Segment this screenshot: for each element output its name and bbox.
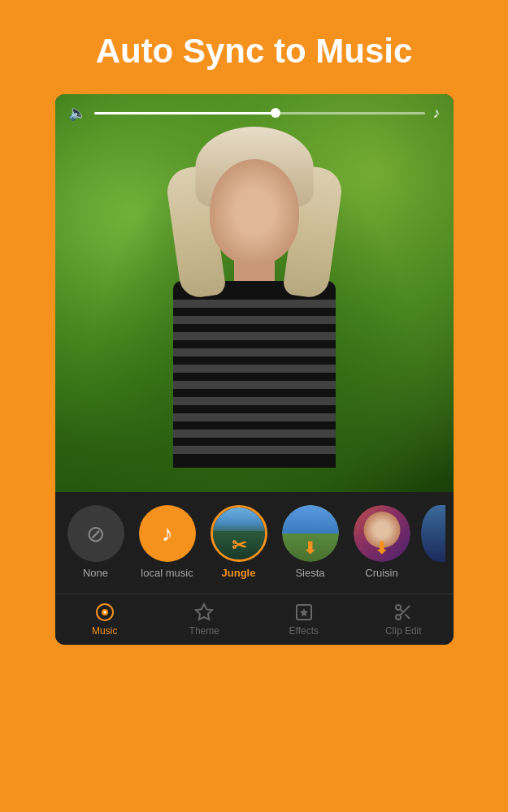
- nav-label-music: Music: [92, 625, 117, 637]
- cruisin-label: Cruisin: [365, 567, 397, 579]
- svg-marker-3: [196, 604, 212, 620]
- progress-bar-track[interactable]: [94, 112, 425, 114]
- local-circle: ♪: [139, 505, 196, 562]
- progress-bar-fill: [94, 112, 276, 114]
- svg-marker-5: [300, 608, 308, 616]
- nav-label-clip-edit: Clip Edit: [385, 625, 422, 637]
- none-circle: ⊘: [67, 505, 124, 562]
- clip-edit-scissors-icon: [393, 603, 413, 622]
- siesta-circle: ⬇: [282, 505, 339, 562]
- svg-point-6: [396, 605, 401, 610]
- video-image: [55, 94, 454, 492]
- cruisin-download-icon: ⬇: [375, 538, 389, 558]
- local-label: local music: [141, 567, 193, 579]
- nav-item-theme[interactable]: Theme: [154, 594, 254, 645]
- nav-item-music[interactable]: Music: [55, 594, 155, 645]
- bottom-nav: Music Theme Effects: [55, 594, 454, 645]
- local-music-icon: ♪: [162, 520, 173, 546]
- nav-item-effects[interactable]: Effects: [254, 594, 354, 645]
- music-option-siesta[interactable]: ⬇ Siesta: [278, 505, 343, 579]
- volume-icon: 🔈: [68, 104, 86, 122]
- svg-point-2: [103, 611, 106, 614]
- siesta-label: Siesta: [295, 567, 324, 579]
- player-bar: 🔈 ♪: [55, 104, 454, 122]
- siesta-download-icon: ⬇: [303, 538, 317, 558]
- nav-label-theme: Theme: [189, 625, 219, 637]
- nav-label-effects: Effects: [289, 625, 319, 637]
- music-options-list: ⊘ None ♪ local music ✂ Jungle: [63, 505, 445, 585]
- siesta-inner: ⬇: [282, 505, 339, 562]
- svg-line-9: [406, 615, 410, 620]
- jungle-scissors-icon: ✂: [232, 535, 246, 556]
- music-selection-panel: ⊘ None ♪ local music ✂ Jungle: [55, 492, 454, 594]
- header: Auto Sync to Music: [0, 0, 508, 94]
- jungle-circle: ✂: [211, 505, 267, 562]
- partial-inner: [421, 505, 445, 562]
- nav-item-clip-edit[interactable]: Clip Edit: [354, 594, 454, 645]
- music-option-cruisin[interactable]: ⬇ Cruisin: [350, 505, 415, 579]
- partial-circle: [421, 505, 445, 562]
- music-option-none[interactable]: ⊘ None: [63, 505, 128, 579]
- theme-star-icon: [194, 603, 214, 622]
- music-option-jungle[interactable]: ✂ Jungle: [206, 505, 271, 579]
- progress-dot: [271, 108, 280, 118]
- music-note-icon: ♪: [433, 105, 441, 122]
- effects-icon: [294, 603, 314, 622]
- svg-line-10: [400, 609, 403, 612]
- video-area: 🔈 ♪: [55, 94, 454, 492]
- music-icon: [95, 603, 115, 622]
- none-icon: ⊘: [86, 520, 105, 547]
- music-option-local[interactable]: ♪ local music: [135, 505, 200, 579]
- jungle-label: Jungle: [222, 567, 256, 579]
- cruisin-circle: ⬇: [354, 505, 410, 562]
- none-label: None: [83, 567, 108, 579]
- cruisin-inner: ⬇: [354, 505, 410, 562]
- svg-point-7: [396, 615, 401, 620]
- music-option-partial[interactable]: [421, 505, 445, 562]
- phone-container: 🔈 ♪ ⊘ None ♪ local music: [55, 94, 454, 645]
- main-title: Auto Sync to Music: [96, 32, 413, 70]
- jungle-inner: ✂: [213, 508, 265, 559]
